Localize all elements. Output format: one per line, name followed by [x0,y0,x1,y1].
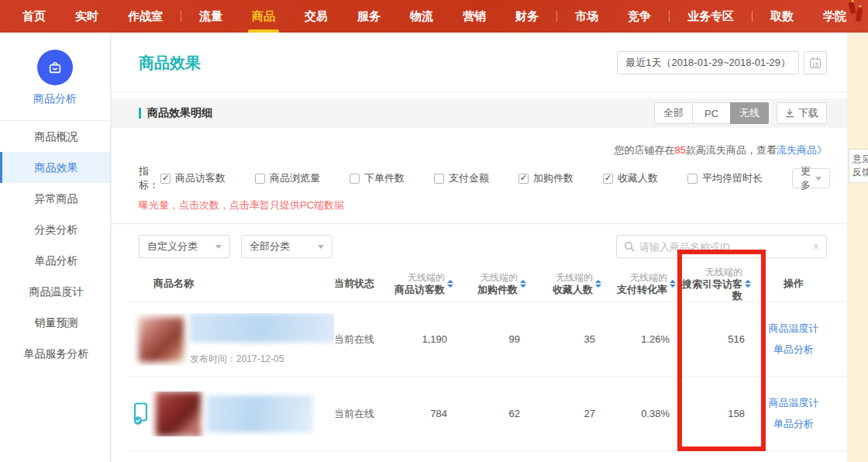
col-header-wireless-pay-conversion[interactable]: 无线端的支付转化率 [603,272,677,295]
nav-item-data-extract[interactable]: 取数 [756,0,808,33]
wireless-favorites-cell: 35 [528,333,603,345]
section-divider [112,223,847,224]
col-header-wireless-search-visitors[interactable]: 无线端的搜索引导访客数 [677,267,753,302]
metric-checkbox-order-items[interactable]: 下单件数 [350,171,405,185]
sort-icon[interactable] [670,280,676,288]
metric-checkbox-cart-items[interactable]: 加购件数 [518,171,574,185]
product-thermometer-link[interactable]: 商品温度计 [769,322,819,336]
sidebar-item-item-service-analysis[interactable]: 单品服务分析 [0,338,110,369]
checkbox-icon [160,174,170,184]
sidebar-item-single-item-analysis[interactable]: 单品分析 [0,245,110,276]
product-analysis-module-badge[interactable] [37,50,73,85]
single-item-analysis-link[interactable]: 单品分析 [773,343,814,357]
date-picker: 最近1天（2018-01-29~2018-01-29） 15 [617,51,827,74]
sort-icon[interactable] [520,280,526,288]
sidebar-item-product-effect[interactable]: 商品效果 [0,152,110,183]
nav-item-business-zone[interactable]: 业务专区 [673,0,749,33]
sort-icon[interactable] [745,280,751,288]
header-divider [112,91,847,92]
more-metrics-button[interactable]: 更多 [792,168,830,188]
calendar-icon: 15 [809,57,822,69]
single-item-analysis-link[interactable]: 单品分析 [773,417,814,431]
nav-item-trade[interactable]: 交易 [290,0,343,33]
col-sub-label: 无线端的 [677,267,742,278]
sort-icon[interactable] [447,280,453,288]
col-sub-label: 无线端的 [394,272,445,284]
search-icon [624,241,635,252]
col-header-product-name: 商品名称 [128,277,334,291]
all-category-dropdown[interactable]: 全部分类 [241,235,332,258]
search-input[interactable] [639,241,808,253]
download-icon [785,109,794,118]
chevron-down-icon [815,177,822,181]
tab-all[interactable]: 全部 [654,102,693,124]
sidebar-item-category-analysis[interactable]: 分类分析 [0,214,110,245]
nav-item-service[interactable]: 服务 [343,0,395,33]
tab-wireless[interactable]: 无线 [730,102,769,124]
loss-product-link[interactable]: 流失商品》 [777,144,827,156]
wireless-search-visitors-cell: 516 [677,333,753,345]
table-row: 发布时间：2017-12-05 当前在线 1,190 99 35 1.26% 5… [128,302,847,376]
tab-pc[interactable]: PC [692,102,731,124]
wireless-cart-items-cell: 99 [455,333,528,345]
sort-icon[interactable] [595,280,601,288]
col-header-wireless-favorites[interactable]: 无线端的收藏人数 [528,272,603,295]
nav-item-finance[interactable]: 财务 [501,0,553,33]
product-thumbnail-blurred[interactable] [139,317,184,362]
feedback-strip: 意见反馈 [847,33,868,462]
nav-item-marketing[interactable]: 营销 [448,0,501,33]
nav-item-logistics[interactable]: 物流 [395,0,448,33]
sidebar-item-sales-forecast[interactable]: 销量预测 [0,307,110,338]
top-nav: 首页 实时 作战室 流量 商品 交易 服务 物流 营销 财务 市场 竞争 业务专… [0,0,868,33]
section-title-wrap: 商品效果明细 [139,106,212,120]
date-range-button[interactable]: 最近1天（2018-01-29~2018-01-29） [617,51,799,74]
custom-category-dropdown[interactable]: 自定义分类 [139,235,230,258]
nav-item-traffic[interactable]: 流量 [184,0,237,33]
metric-selector-row: 指标： 商品访客数 商品浏览量 下单件数 支付金额 加购件数 收藏人数 平均停留… [112,164,847,192]
metric-label: 下单件数 [364,171,405,185]
product-thermometer-link[interactable]: 商品温度计 [769,396,819,410]
clear-search-icon[interactable]: × [813,241,819,252]
product-name-blurred[interactable] [207,395,313,433]
nav-item-homepage[interactable]: 首页 [8,0,60,33]
col-header-wireless-cart-items[interactable]: 无线端的加购件数 [455,272,528,295]
metric-label: 支付金额 [449,171,489,185]
notice-text: 您的店铺存在 [615,144,675,156]
metric-checkbox-pay-amount[interactable]: 支付金额 [434,171,489,185]
sidebar-item-product-overview[interactable]: 商品概况 [0,121,110,152]
section-title: 商品效果明细 [147,106,212,120]
nav-item-realtime[interactable]: 实时 [60,0,113,33]
nav-divider [669,11,670,22]
table-header-row: 商品名称 当前状态 无线端的商品访客数 无线端的加购件数 无线端的收藏人数 无线… [128,266,847,302]
sidebar-module-title: 商品分析 [0,92,110,106]
loss-product-notice: 您的店铺存在85款高流失商品，查看流失商品》 [112,143,847,157]
nav-item-competition[interactable]: 竞争 [613,0,666,33]
download-button[interactable]: 下载 [777,102,827,124]
nav-item-product[interactable]: 商品 [237,0,290,33]
filter-bar: 自定义分类 全部分类 × [112,235,847,258]
col-header-wireless-visitors[interactable]: 无线端的商品访客数 [388,272,455,295]
nav-item-market[interactable]: 市场 [560,0,613,33]
col-label: 搜索引导访客数 [682,278,742,302]
sidebar-item-product-thermometer[interactable]: 商品温度计 [0,276,110,307]
terminal-toggle: 全部 PC 无线 [654,102,769,124]
metrics-label: 指标： [139,164,159,192]
metric-checkbox-favorites[interactable]: 收藏人数 [603,171,658,185]
sidebar-item-abnormal-products[interactable]: 异常商品 [0,183,110,214]
metric-checkbox-product-views[interactable]: 商品浏览量 [255,171,320,185]
checkbox-icon [518,174,529,184]
wireless-pay-conversion-cell: 1.26% [603,333,677,345]
calendar-button[interactable]: 15 [804,51,827,74]
section-title-accent [139,108,141,119]
metric-checkbox-product-visitors[interactable]: 商品访客数 [160,171,226,185]
feedback-button[interactable]: 意见反馈 [849,149,868,183]
metric-checkbox-avg-stay-time[interactable]: 平均停留时长 [687,171,763,185]
nav-item-war-room[interactable]: 作战室 [113,0,177,33]
product-name-blurred[interactable] [190,313,334,343]
col-header-current-status: 当前状态 [334,277,388,291]
firecracker-decoration [846,0,865,26]
wireless-visitors-cell: 1,190 [388,333,455,345]
col-header-actions: 操作 [753,277,835,291]
svg-text:15: 15 [812,62,818,67]
product-thumbnail-blurred[interactable] [156,391,201,436]
